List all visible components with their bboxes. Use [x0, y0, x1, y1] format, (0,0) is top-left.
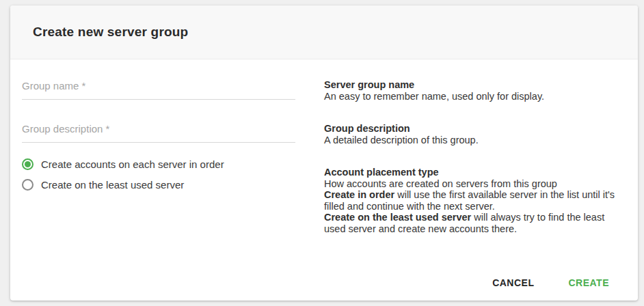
help-text: How accounts are created on servers from… — [324, 178, 623, 190]
dialog-header: Create new server group — [10, 5, 638, 59]
cancel-button[interactable]: CANCEL — [484, 272, 542, 294]
create-server-group-dialog: Create new server group Create accounts … — [10, 5, 638, 301]
dialog-title: Create new server group — [33, 25, 188, 40]
help-column: Server group name An easy to remember na… — [324, 59, 623, 234]
help-text: Create on the least used server will alw… — [324, 212, 623, 223]
help-heading: Group description — [324, 123, 623, 135]
group-name-input[interactable] — [22, 77, 295, 100]
help-section-group-description: Group description A detailed description… — [324, 123, 623, 145]
radio-button-icon[interactable] — [22, 179, 33, 191]
radio-option-create-in-order[interactable]: Create accounts on each server in order — [22, 154, 295, 174]
help-section-account-placement-type: Account placement type How accounts are … — [324, 167, 623, 234]
help-section-server-group-name: Server group name An easy to remember na… — [324, 79, 623, 102]
help-heading: Account placement type — [324, 167, 623, 178]
group-description-input[interactable] — [22, 120, 295, 143]
help-text: An easy to remember name, used only for … — [324, 91, 623, 102]
radio-option-least-used[interactable]: Create on the least used server — [22, 174, 295, 195]
radio-button-icon[interactable] — [22, 158, 33, 170]
help-text: Create in order will use the first avail… — [324, 189, 623, 201]
help-text: used server and create new accounts ther… — [324, 223, 623, 235]
dialog-footer: CANCEL CREATE — [10, 265, 638, 301]
help-heading: Server group name — [324, 79, 623, 91]
create-button[interactable]: CREATE — [560, 272, 617, 294]
placement-radio-group: Create accounts on each server in order … — [22, 154, 295, 195]
help-text: filled and continue with the next server… — [324, 201, 623, 212]
radio-option-label: Create on the least used server — [41, 179, 184, 191]
form-column: Create accounts on each server in order … — [22, 59, 295, 234]
dialog-body: Create accounts on each server in order … — [10, 59, 638, 234]
radio-option-label: Create accounts on each server in order — [41, 158, 224, 170]
help-text: A detailed description of this group. — [324, 135, 623, 146]
